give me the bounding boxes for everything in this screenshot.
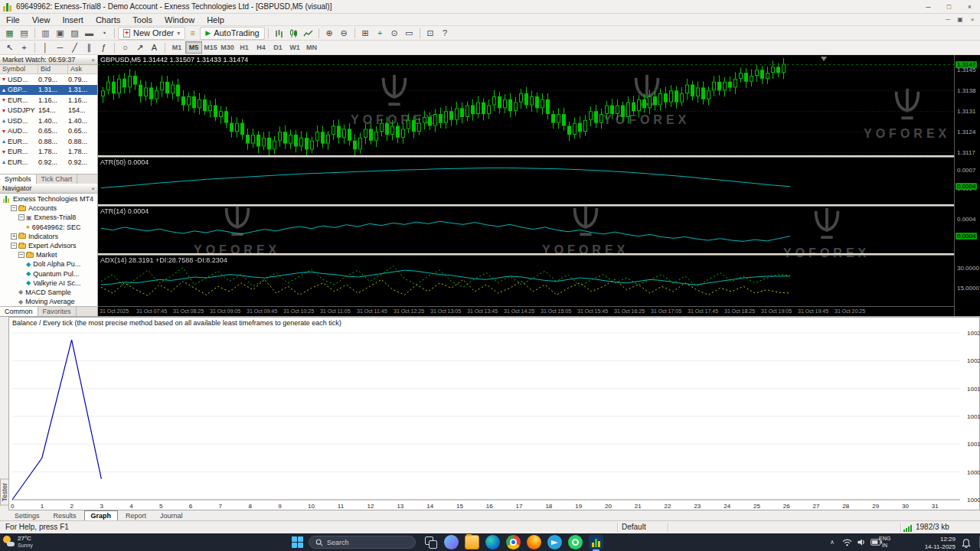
child-restore-button[interactable]: ▣ [954,14,966,25]
timeframe-d1[interactable]: D1 [270,41,286,54]
timeframe-mn[interactable]: MN [303,41,320,54]
fullscreen-icon[interactable]: ⊡ [423,27,438,40]
periods-list-icon[interactable]: ⊙ [387,27,402,40]
tester-tab-results[interactable]: Results [47,511,83,520]
navigator-item[interactable]: Exness Technologies MT4 [0,194,97,204]
market-watch-row[interactable]: ▲USD...1.40...1.40... [0,116,97,126]
data-window-icon[interactable]: ▣ [53,27,67,40]
navigator-item[interactable]: ◆Dolt Alpha Pu... [0,259,97,269]
trendline-icon[interactable]: ╱ [67,41,82,54]
adx-pane[interactable]: ADX(14) 28.3191 +DI:28.7588 -DI:8.2304 [98,256,954,306]
language-indicator[interactable]: ENG IN [879,536,890,549]
horizontal-line-icon[interactable]: ─ [53,41,67,54]
collapse-icon[interactable]: − [11,205,17,211]
market-watch-row[interactable]: ▲GBP...1.31...1.31... [0,85,97,96]
navigator-item[interactable]: −Market [0,250,97,259]
whatsapp-icon[interactable] [568,535,583,549]
pane-separator[interactable] [98,155,980,158]
indicators-add-icon[interactable]: + [373,27,387,40]
menu-window[interactable]: Window [158,14,201,26]
navigator-tab-favorites[interactable]: Favorites [38,307,77,316]
autotrading-button[interactable]: ▶AutoTrading [200,27,264,40]
chrome-icon[interactable] [506,535,521,549]
templates-menu-icon[interactable]: ▭ [402,27,416,40]
navigator-item[interactable]: ◆MACD Sample [0,288,97,297]
expand-icon[interactable]: + [11,233,17,240]
menu-view[interactable]: View [26,14,57,26]
timeframe-m1[interactable]: M1 [168,41,185,54]
cursor-icon[interactable]: ↖ [2,41,17,54]
equidistant-channel-icon[interactable]: ∥ [82,41,96,54]
timeframe-m5[interactable]: M5 [185,41,202,54]
zoom-out-icon[interactable]: ⊖ [337,27,351,40]
market-watch-row[interactable]: ▼USD...0.79...0.79... [0,74,97,85]
task-view-icon[interactable] [423,535,438,549]
navigator-item[interactable]: −Accounts [0,204,97,213]
taskbar-clock[interactable]: 12:29 14-11-2025 [908,536,956,551]
tester-side-tab[interactable]: Tester [0,317,8,510]
edge-icon[interactable] [485,535,500,549]
fibonacci-icon[interactable]: ƒ [96,41,111,54]
market-watch-tab-tick-chart[interactable]: Tick Chart [37,174,78,184]
file-explorer-icon[interactable] [465,535,479,549]
candlestick-chart-icon[interactable] [286,27,301,40]
child-minimize-button[interactable]: ─ [942,14,954,25]
timeframe-m30[interactable]: M30 [219,41,236,54]
weather-widget[interactable]: 27°C Sunny [3,535,33,548]
navigator-item[interactable]: +Indicators [0,232,97,241]
minimize-button[interactable]: ─ [918,0,939,14]
market-watch-toggle-icon[interactable]: ▥ [38,27,53,40]
close-icon[interactable]: × [91,57,95,64]
market-watch-row[interactable]: ▼AUD...0.65...0.65... [0,126,97,137]
tester-tab-journal[interactable]: Journal [154,511,189,520]
bars-chart-icon[interactable] [272,27,286,40]
collapse-icon[interactable]: − [11,243,17,249]
collapse-icon[interactable]: − [18,214,24,220]
terminal-toggle-icon[interactable]: ▬ [82,27,96,40]
arrows-icon[interactable]: ↗ [132,41,147,54]
help-toolbar-icon[interactable]: ? [438,27,452,40]
navigator-item[interactable]: ◆Valkyrie AI Sc... [0,279,97,288]
wifi-icon[interactable] [842,538,852,546]
menu-help[interactable]: Help [201,14,230,26]
menu-charts[interactable]: Charts [90,14,126,26]
atr50-pane[interactable]: ATR(50) 0.0004 [98,158,954,204]
tester-tab-report[interactable]: Report [119,511,152,520]
timeframe-w1[interactable]: W1 [286,41,303,54]
chart-window[interactable]: GBPUSD,M5 1.31442 1.31507 1.31433 1.3147… [98,55,980,316]
close-icon[interactable]: × [91,185,95,192]
atr14-pane[interactable]: ATR(14) 0.0004 [98,207,954,253]
market-watch-row[interactable]: ▼EUR...1.78...1.78... [0,147,97,158]
child-close-button[interactable]: × [966,14,978,25]
navigator-item[interactable]: −▣Exness-Trial8 [0,213,97,222]
volume-icon[interactable] [857,538,866,546]
menu-file[interactable]: File [0,14,26,26]
taskbar-search[interactable]: Search [309,536,416,549]
close-button[interactable]: × [959,0,980,14]
text-label-icon[interactable]: A [147,41,162,54]
zoom-in-icon[interactable]: ⊕ [322,27,337,40]
market-watch-tab-symbols[interactable]: Symbols [0,174,37,184]
navigator-item[interactable]: −Expert Advisors [0,241,97,250]
line-chart-icon[interactable] [301,27,315,40]
menu-insert[interactable]: Insert [56,14,90,26]
navigator-item[interactable]: ◆Moving Average [0,297,97,306]
new-chart-icon[interactable]: ▦ [2,27,17,40]
crosshair-icon[interactable]: + [17,41,31,54]
navigator-item[interactable]: ●69649962: SEC [0,223,97,232]
tile-windows-icon[interactable]: ⊞ [358,27,373,40]
tester-tab-graph[interactable]: Graph [84,510,119,520]
chevron-up-icon[interactable]: ∧ [830,539,835,546]
navigator-toggle-icon[interactable]: ▨ [67,27,82,40]
notification-bell-icon[interactable] [962,537,971,551]
collapse-icon[interactable]: − [18,252,24,258]
vertical-line-icon[interactable]: │ [38,41,53,54]
tester-tab-settings[interactable]: Settings [8,511,46,520]
new-order-button[interactable]: New Order▾ [118,27,185,40]
navigator-item[interactable]: ◆Quantum Pul... [0,269,97,279]
shapes-icon[interactable]: ○ [118,41,132,54]
timeframe-h4[interactable]: H4 [253,41,270,54]
telegram-icon[interactable] [547,535,562,549]
market-watch-row[interactable]: ▼USDJPY154...154... [0,106,97,116]
timeframe-h1[interactable]: H1 [236,41,253,54]
